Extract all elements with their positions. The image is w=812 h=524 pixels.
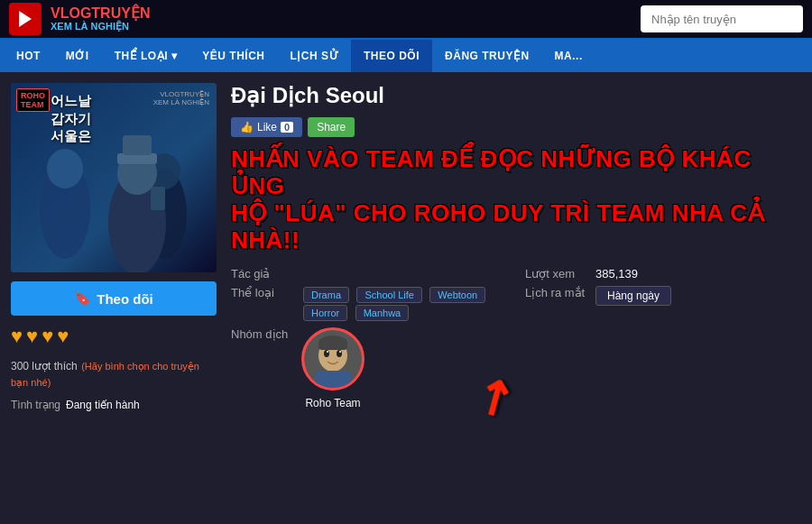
- luot-thich-area: 300 lượt thích (Hãy bình chọn cho truyện…: [11, 357, 217, 390]
- main-content: ROHOTEAM 어느날 갑자기 서울은 VLOGTRUYỆNXEM LÀ NG…: [0, 72, 812, 524]
- svg-rect-10: [151, 187, 165, 210]
- nav-item-theo-doi[interactable]: THEO DÕI: [351, 40, 432, 72]
- like-button[interactable]: 👍 Like 0: [231, 117, 302, 137]
- nav-item-moi[interactable]: MỚI: [53, 40, 102, 72]
- nhom-dich-row: Nhóm dịch: [231, 327, 507, 410]
- team-area: Roho Team: [301, 327, 364, 410]
- logo-text-block: VLOGTRUYỆN XEM LÀ NGHIỆN: [51, 6, 150, 32]
- manga-title: Đại Dịch Seoul: [231, 83, 801, 108]
- header: VLOGTRUYỆN XEM LÀ NGHIỆN: [0, 0, 812, 40]
- logo-icon: [9, 3, 42, 35]
- luot-thich-count: 300 lượt thích: [11, 360, 78, 372]
- tag-drama[interactable]: Drama: [303, 287, 349, 303]
- thumb-icon: 👍: [240, 121, 254, 133]
- tinh-trang-value: Đang tiến hành: [66, 399, 140, 411]
- tag-webtoon[interactable]: Webtoon: [429, 287, 485, 303]
- logo-area[interactable]: VLOGTRUYỆN XEM LÀ NGHIỆN: [9, 3, 150, 35]
- lich-ra-mat-label: Lịch ra mắt: [525, 286, 588, 299]
- nav-item-dang-truyen[interactable]: ĐĂNG TRUYỆN: [432, 40, 542, 72]
- tag-horror[interactable]: Horror: [303, 305, 347, 321]
- heart-3[interactable]: ♥: [42, 325, 53, 348]
- promo-line1: NHẤN VÀO TEAM ĐỂ ĐỌC NHỮNG BỘ KHÁC ỦNG: [231, 146, 801, 200]
- search-input[interactable]: [641, 5, 803, 32]
- svg-rect-14: [318, 341, 347, 350]
- svg-point-15: [324, 350, 329, 357]
- team-name: Roho Team: [305, 397, 360, 409]
- team-avatar[interactable]: [301, 327, 364, 391]
- logo-name: VLOGTRUYỆN: [51, 6, 150, 21]
- tac-gia-row: Tác giả: [231, 267, 507, 280]
- luot-xem-row: Lượt xem 385,139: [525, 267, 801, 280]
- nav-item-hot[interactable]: HOT: [4, 40, 53, 72]
- nav-item-yeu-thich[interactable]: YÊU THÍCH: [189, 40, 277, 72]
- theo-doi-button[interactable]: 🔖 Theo dõi: [11, 281, 217, 316]
- manga-cover: ROHOTEAM 어느날 갑자기 서울은 VLOGTRUYỆNXEM LÀ NG…: [11, 83, 217, 272]
- svg-point-3: [47, 149, 83, 188]
- nav-item-ma[interactable]: MA...: [542, 40, 595, 72]
- team-avatar-face: [304, 330, 362, 388]
- svg-rect-9: [123, 135, 152, 155]
- tinh-trang-label: Tình trạng: [11, 399, 60, 411]
- svg-point-16: [337, 350, 342, 357]
- nav-item-the-loai[interactable]: THỂ LOẠI ▾: [102, 40, 190, 72]
- the-loai-label: Thể loại: [231, 286, 294, 299]
- promo-line2: HỘ "LÚA" CHO ROHO DUY TRÌ TEAM NHA CẢ NH…: [231, 200, 801, 254]
- heart-1[interactable]: ♥: [11, 325, 23, 348]
- nhom-dich-label: Nhóm dịch: [231, 327, 294, 341]
- tinh-trang-row: Tình trạng Đang tiến hành: [11, 399, 217, 411]
- info-table: Tác giả Lượt xem 385,139 Thể loại Drama …: [231, 267, 801, 410]
- tags-container: Drama School Life Webtoon Horror Manhwa: [301, 286, 507, 322]
- lich-ra-mat-row: Lịch ra mắt Hàng ngày: [525, 286, 801, 322]
- hang-ngay-button[interactable]: Hàng ngày: [595, 286, 671, 306]
- svg-point-17: [327, 351, 328, 353]
- tag-manhwa[interactable]: Manhwa: [355, 305, 410, 321]
- luot-xem-value: 385,139: [595, 267, 638, 280]
- cover-watermark: VLOGTRUYỆNXEM LÀ NGHIỆN: [153, 90, 209, 106]
- hearts-row: ♥ ♥ ♥ ♥: [11, 325, 217, 348]
- theo-doi-label: Theo dõi: [97, 291, 153, 307]
- main-nav: HOT MỚI THỂ LOẠI ▾ YÊU THÍCH LỊCH SỬ THE…: [0, 40, 812, 72]
- tag-school-life[interactable]: School Life: [356, 287, 421, 303]
- action-buttons: 👍 Like 0 Share: [231, 117, 801, 137]
- like-label: Like: [257, 121, 277, 133]
- heart-2[interactable]: ♥: [26, 325, 38, 348]
- logo-slogan: XEM LÀ NGHIỆN: [51, 21, 150, 32]
- svg-marker-0: [19, 11, 32, 27]
- tac-gia-label: Tác giả: [231, 267, 294, 280]
- luot-xem-label: Lượt xem: [525, 267, 588, 280]
- right-panel: Đại Dịch Seoul 👍 Like 0 Share NHẤN VÀO T…: [231, 83, 801, 513]
- promo-text: NHẤN VÀO TEAM ĐỂ ĐỌC NHỮNG BỘ KHÁC ỦNG H…: [231, 146, 801, 254]
- the-loai-row: Thể loại Drama School Life Webtoon Horro…: [231, 286, 507, 322]
- nav-item-lich-su[interactable]: LỊCH SỬ: [278, 40, 352, 72]
- avatar-svg: [304, 330, 362, 388]
- heart-4[interactable]: ♥: [57, 325, 69, 348]
- like-count: 0: [281, 122, 293, 133]
- cover-korean-title: 어느날 갑자기 서울은: [51, 92, 91, 145]
- bookmark-icon: 🔖: [74, 290, 91, 307]
- left-panel: ROHOTEAM 어느날 갑자기 서울은 VLOGTRUYỆNXEM LÀ NG…: [11, 83, 217, 513]
- team-name-container: Roho Team: [305, 394, 360, 410]
- share-button[interactable]: Share: [308, 117, 355, 137]
- svg-point-18: [339, 351, 341, 353]
- roho-badge: ROHOTEAM: [16, 88, 50, 112]
- spacer: [525, 327, 801, 410]
- svg-rect-19: [315, 371, 351, 388]
